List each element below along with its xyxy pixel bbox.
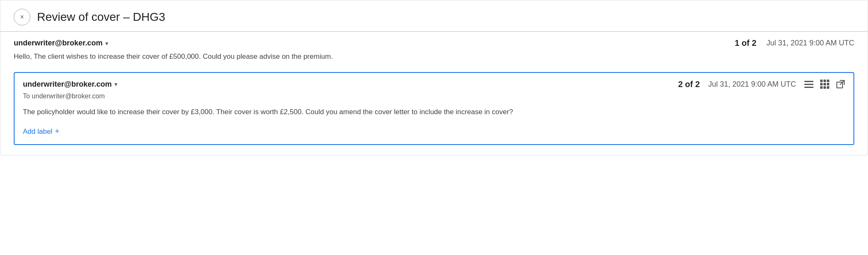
message-2-count: 2 of 2 <box>678 80 700 89</box>
email-title-bar: × Review of cover – DHG3 <box>0 0 868 25</box>
message-1-date: Jul 31, 2021 9:00 AM UTC <box>766 39 854 48</box>
grid-view-icon[interactable] <box>820 80 829 89</box>
hamburger-icon-inner <box>804 81 813 88</box>
message-2-to: To underwriter@broker.com <box>23 92 845 100</box>
message-1: underwriter@broker.com ▾ 1 of 2 Jul 31, … <box>14 32 854 69</box>
message-1-sender-info: underwriter@broker.com ▾ <box>14 39 108 48</box>
message-2-dropdown-icon[interactable]: ▾ <box>114 81 117 88</box>
add-label-text: Add label <box>23 128 52 136</box>
open-external-icon[interactable] <box>836 80 845 89</box>
message-2-date: Jul 31, 2021 9:00 AM UTC <box>708 80 796 89</box>
close-icon: × <box>20 13 24 21</box>
message-2: underwriter@broker.com ▾ 2 of 2 Jul 31, … <box>14 72 854 145</box>
email-container: × Review of cover – DHG3 underwriter@bro… <box>0 0 868 155</box>
list-view-icon[interactable] <box>804 81 813 88</box>
message-2-header: underwriter@broker.com ▾ 2 of 2 Jul 31, … <box>23 80 845 89</box>
message-1-count: 1 of 2 <box>735 38 756 48</box>
message-1-sender: underwriter@broker.com <box>14 39 103 48</box>
grid-icon-inner <box>820 80 829 89</box>
message-thread: underwriter@broker.com ▾ 1 of 2 Jul 31, … <box>0 32 868 155</box>
add-label-plus-icon: + <box>55 127 60 136</box>
message-2-body: The policyholder would like to increase … <box>23 107 845 118</box>
message-1-meta: 1 of 2 Jul 31, 2021 9:00 AM UTC <box>735 38 854 48</box>
close-button[interactable]: × <box>14 9 30 25</box>
add-label-button[interactable]: Add label + <box>23 127 59 136</box>
message-2-actions <box>804 80 845 89</box>
message-1-body: Hello, The client wishes to increase the… <box>14 51 854 62</box>
message-2-meta: 2 of 2 Jul 31, 2021 9:00 AM UTC <box>678 80 845 89</box>
message-2-sender-info: underwriter@broker.com ▾ <box>23 80 117 89</box>
message-1-header: underwriter@broker.com ▾ 1 of 2 Jul 31, … <box>14 38 854 48</box>
email-subject-title: Review of cover – DHG3 <box>37 10 165 24</box>
message-2-sender: underwriter@broker.com <box>23 80 112 89</box>
message-1-dropdown-icon[interactable]: ▾ <box>105 40 108 47</box>
